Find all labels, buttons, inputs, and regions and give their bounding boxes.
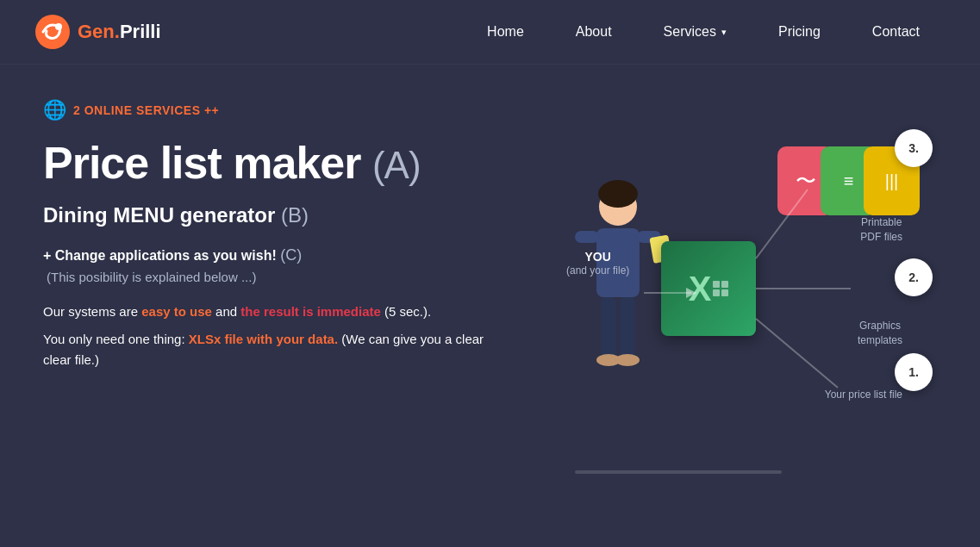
svg-rect-9 (620, 297, 635, 357)
logo-icon (34, 14, 71, 50)
nav-services[interactable]: Services ▾ (638, 0, 752, 65)
pricelist-label: Your price list file (825, 388, 902, 402)
secondary-title: Dining MENU generator (B) (43, 203, 506, 227)
badge-text: 2 ONLINE SERVICES ++ (73, 103, 219, 117)
svg-point-1 (55, 23, 62, 30)
main-content: 🌐 2 ONLINE SERVICES ++ Price list maker … (0, 65, 980, 547)
globe-icon: 🌐 (43, 99, 66, 121)
printable-label: PrintablePDF files (860, 215, 902, 245)
nav-about[interactable]: About (550, 0, 638, 65)
svg-point-11 (615, 354, 640, 366)
step-2-badge: 2. (895, 258, 933, 296)
easy-text: Our systems are easy to use and the resu… (43, 301, 506, 322)
main-nav: Home About Services ▾ Pricing Contact (461, 0, 946, 65)
diagram: YOU (and your file) X 〜 ≡ (540, 121, 920, 508)
feature-line: + Change applications as you wish! (C) (43, 246, 506, 264)
main-title: Price list maker (A) (43, 139, 506, 188)
graphics-label: Graphicstemplates (858, 319, 902, 348)
svg-point-0 (35, 15, 70, 49)
step-3-badge: 3. (895, 129, 933, 167)
hero-left: 🌐 2 ONLINE SERVICES ++ Price list maker … (43, 99, 506, 530)
logo[interactable]: Gen.Prilli (34, 14, 161, 50)
nav-home[interactable]: Home (461, 0, 550, 65)
badge: 🌐 2 ONLINE SERVICES ++ (43, 99, 506, 121)
svg-line-15 (756, 319, 838, 388)
platform-line (575, 470, 782, 474)
chevron-down-icon: ▾ (721, 27, 727, 38)
svg-rect-8 (601, 297, 616, 357)
you-label: YOU (and your file) (566, 250, 629, 277)
feature-desc: (This posibility is explained below ...) (43, 270, 506, 284)
person-illustration (558, 164, 678, 439)
logo-text: Gen.Prilli (78, 21, 161, 43)
svg-rect-5 (575, 231, 599, 243)
xlsx-text: You only need one thing: XLSx file with … (43, 329, 506, 370)
nav-pricing[interactable]: Pricing (752, 0, 846, 65)
header: Gen.Prilli Home About Services ▾ Pricing… (0, 0, 980, 65)
svg-point-3 (598, 180, 638, 208)
hero-diagram: YOU (and your file) X 〜 ≡ (523, 99, 937, 530)
excel-icon: X (661, 241, 756, 336)
nav-contact[interactable]: Contact (846, 0, 946, 65)
step-1-badge: 1. (895, 353, 933, 391)
